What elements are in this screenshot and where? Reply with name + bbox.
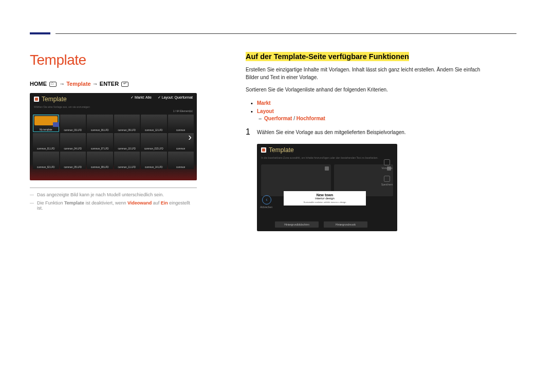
thumbnail: common_05.LFD xyxy=(60,152,86,169)
enter-icon xyxy=(121,82,128,87)
breadcrumb-arrow: → xyxy=(59,81,65,87)
step-1-text: Wählen Sie eine Vorlage aus den mitgelie… xyxy=(257,127,406,135)
thumbnail: common_08.LFD xyxy=(87,152,113,169)
thumbnail: common_03.LFD xyxy=(60,115,86,132)
section-accent-bar xyxy=(30,32,50,34)
subbullet-format: Querformat / Hochformat xyxy=(246,116,487,121)
thumbnail: common_12.LFD xyxy=(141,115,167,132)
template-app-icon xyxy=(261,147,266,153)
dropdown-layout: ✓ Layout: Querformat xyxy=(158,96,193,100)
thumbnail: common_09.LFD xyxy=(114,115,140,132)
step-1-number: 1 xyxy=(246,127,257,137)
next-page-arrow: › xyxy=(188,131,192,143)
preview-icon xyxy=(384,159,390,165)
thumbnail: common_04.LFD xyxy=(60,133,86,151)
breadcrumb-template: Template xyxy=(66,81,90,87)
thumbnail: common_14.LFD xyxy=(141,152,167,169)
template-edit-subtitle: In die bearbeitbare Zone auswählt, um In… xyxy=(257,156,397,160)
textbox-subtitle: interior design xyxy=(286,197,364,200)
template-grid: My template common_03.LFD common_06.LFD … xyxy=(30,113,197,171)
save-icon xyxy=(384,176,390,182)
thumbnail: common_11.LFD xyxy=(114,152,140,169)
footnotes: Das angezeigte Bild kann je nach Modell … xyxy=(30,188,197,214)
thumbnail: common_10.LFD xyxy=(114,133,140,151)
step-1: 1 Wählen Sie eine Vorlage aus den mitgel… xyxy=(246,127,487,137)
thumbnail: common xyxy=(168,152,194,169)
template-grid-title: Template xyxy=(42,96,67,103)
background-music-button: Hintergrundmusik xyxy=(324,221,367,228)
bullet-markt: Markt xyxy=(246,99,487,107)
section-heading: Auf der Template-Seite verfügbare Funkti… xyxy=(246,52,409,61)
thumbnail: common_06.LFD xyxy=(87,115,113,132)
template-edit-screenshot: Template In die bearbeitbare Zone auswäh… xyxy=(257,144,397,231)
dropdown-market: ✓ Markt: Alle xyxy=(131,96,152,100)
template-app-icon xyxy=(34,97,39,102)
section-para-1: Erstellen Sie einzigartige Inhalte mit V… xyxy=(246,66,487,81)
thumbnail: common_07.LFD xyxy=(87,133,113,151)
back-arrow-icon: ‹ xyxy=(266,197,267,202)
section-para-2: Sortieren Sie die Vorlagenliste anhand d… xyxy=(246,86,487,94)
bullet-layout: Layout xyxy=(246,107,487,116)
textbox-title: New town xyxy=(286,193,364,197)
footnote-1: Das angezeigte Bild kann je nach Modell … xyxy=(30,192,197,200)
sidebar-preview: Vorschau xyxy=(379,159,395,170)
template-grid-screenshot: Template ✓ Markt: Alle ✓ Layout: Querfor… xyxy=(30,93,197,180)
footnote-2: Die Funktion Template ist deaktiviert, w… xyxy=(30,200,197,214)
thumbnail: common xyxy=(168,115,194,132)
breadcrumb: HOME → Template → ENTER xyxy=(30,81,197,87)
template-textbox: New town interior design Sustainable evo… xyxy=(284,191,366,206)
sidebar-save: Speichern xyxy=(379,176,395,186)
back-button: ‹ xyxy=(262,195,271,204)
breadcrumb-home: HOME xyxy=(30,81,47,87)
home-icon xyxy=(49,82,57,87)
breadcrumb-enter: ENTER xyxy=(100,81,119,87)
thumbnail: common_015.LFD xyxy=(141,133,167,151)
thumbnail: common_01.LFD xyxy=(33,133,59,151)
back-button-label: Abbrechen xyxy=(260,206,272,209)
textbox-tagline: Sustainable evolution unfolds tomorro s … xyxy=(286,201,364,203)
template-edit-title: Template xyxy=(269,146,294,154)
edit-sidebar: Vorschau Speichern xyxy=(379,159,395,192)
background-screen-button: Hintergrundbildschirm xyxy=(275,221,319,228)
page-heading: Template xyxy=(30,52,197,68)
thumbnail: common_02.LFD xyxy=(33,152,59,169)
template-grid-subtitle: Wählen Sie eine Vorlage aus, um sie anzu… xyxy=(30,105,197,109)
top-horizontal-rule xyxy=(55,33,516,34)
breadcrumb-arrow2: → xyxy=(92,81,98,87)
thumbnail-my-template: My template xyxy=(33,115,59,132)
image-placeholder-icon xyxy=(325,166,329,171)
